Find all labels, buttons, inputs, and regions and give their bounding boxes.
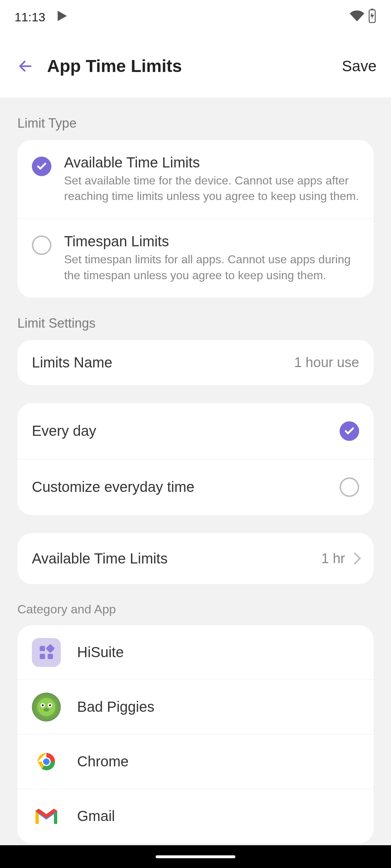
app-icon-gmail xyxy=(32,802,61,831)
limit-type-available[interactable]: Available Time Limits Set available time… xyxy=(17,140,374,218)
wifi-icon xyxy=(350,9,364,26)
home-indicator[interactable] xyxy=(156,855,235,858)
back-button[interactable] xyxy=(14,55,36,77)
available-limit-value: 1 hr xyxy=(321,551,345,566)
app-icon-badpiggies xyxy=(32,693,61,722)
schedule-card: Every day Customize everyday time xyxy=(17,403,374,515)
nav-bar xyxy=(0,845,391,868)
schedule-label: Every day xyxy=(32,423,340,439)
status-time: 11:13 xyxy=(14,10,45,24)
app-name: Gmail xyxy=(77,808,115,824)
svg-point-11 xyxy=(44,708,49,711)
available-limit-label: Available Time Limits xyxy=(32,550,321,567)
svg-rect-1 xyxy=(371,9,374,10)
app-name: Bad Piggies xyxy=(77,699,154,715)
app-row-chrome[interactable]: Chrome xyxy=(17,734,374,789)
radio-checked-icon xyxy=(32,157,51,176)
available-limit-card[interactable]: Available Time Limits 1 hr xyxy=(17,533,374,584)
limits-name-value: 1 hour use xyxy=(294,355,359,370)
app-bar: App Time Limits Save xyxy=(0,34,391,98)
limits-name-label: Limits Name xyxy=(32,354,294,371)
battery-icon xyxy=(368,9,377,26)
status-bar: 11:13 xyxy=(0,0,391,34)
app-name: HiSuite xyxy=(77,644,124,660)
save-button[interactable]: Save xyxy=(342,54,377,78)
limit-type-title: Timespan Limits xyxy=(64,233,359,250)
radio-unchecked-icon xyxy=(32,235,51,255)
limit-type-title: Available Time Limits xyxy=(64,154,359,171)
limit-type-desc: Set available time for the device. Canno… xyxy=(64,173,359,204)
apps-card: HiSuite Bad Piggies Chrome Gmail xyxy=(17,625,374,843)
app-name: Chrome xyxy=(77,753,129,770)
svg-point-10 xyxy=(49,704,51,706)
schedule-customize[interactable]: Customize everyday time xyxy=(17,459,374,515)
svg-rect-4 xyxy=(40,654,45,659)
svg-point-9 xyxy=(42,704,44,706)
check-icon xyxy=(340,421,359,441)
svg-point-6 xyxy=(37,698,55,716)
section-limit-settings: Limit Settings xyxy=(17,316,374,331)
app-icon-chrome xyxy=(32,747,61,776)
limit-type-timespan[interactable]: Timespan Limits Set timespan limits for … xyxy=(17,218,374,297)
page-title: App Time Limits xyxy=(47,56,342,76)
schedule-label: Customize everyday time xyxy=(32,479,340,495)
section-category-app: Category and App xyxy=(17,602,374,616)
svg-point-14 xyxy=(43,758,50,765)
limit-type-card: Available Time Limits Set available time… xyxy=(17,140,374,298)
section-limit-type: Limit Type xyxy=(17,116,374,131)
schedule-every-day[interactable]: Every day xyxy=(17,403,374,459)
app-row-gmail[interactable]: Gmail xyxy=(17,789,374,843)
svg-rect-5 xyxy=(46,644,54,653)
app-row-hisuite[interactable]: HiSuite xyxy=(17,625,374,680)
svg-rect-3 xyxy=(48,654,53,659)
limits-name-card[interactable]: Limits Name 1 hour use xyxy=(17,340,374,385)
app-row-badpiggies[interactable]: Bad Piggies xyxy=(17,680,374,734)
limit-type-desc: Set timespan limits for all apps. Cannot… xyxy=(64,252,359,283)
play-store-icon xyxy=(56,10,68,25)
app-icon-hisuite xyxy=(32,638,61,667)
chevron-right-icon xyxy=(349,552,361,565)
check-unchecked-icon xyxy=(340,477,359,497)
svg-rect-2 xyxy=(40,646,45,651)
